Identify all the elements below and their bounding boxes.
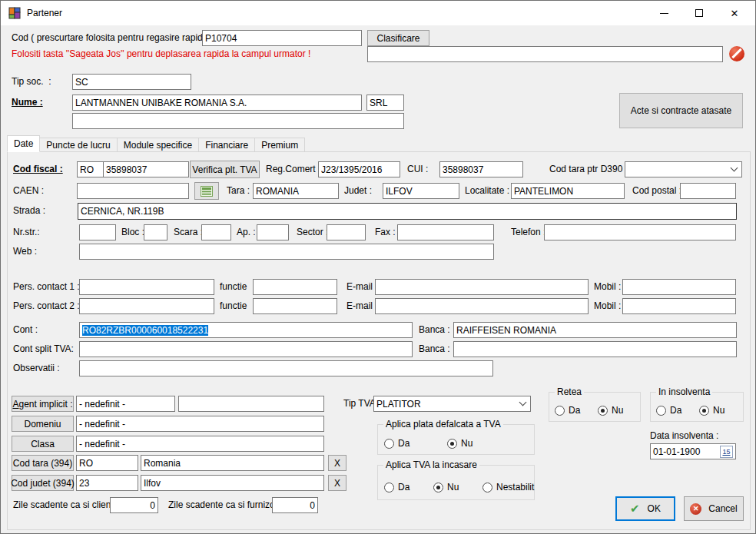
tip-tva-select[interactable]: PLATITOR <box>373 396 531 412</box>
scara-label: Scara : <box>174 224 203 240</box>
cod-fiscal-prefix-input[interactable] <box>77 161 104 177</box>
calendar-icon[interactable]: 15 <box>720 446 733 458</box>
clasa-button[interactable]: Clasa <box>12 436 74 452</box>
tab-puncte-de-lucru[interactable]: Puncte de lucru <box>40 138 117 152</box>
domeniu-input[interactable] <box>76 416 324 432</box>
functie-1-label: functie <box>220 279 247 295</box>
localitate-input[interactable] <box>511 183 625 199</box>
ok-button[interactable]: ✔ OK <box>615 496 675 521</box>
email-2-input[interactable] <box>375 298 589 314</box>
pers-contact-1-input[interactable] <box>79 279 214 295</box>
cod-postal-input[interactable] <box>680 183 736 199</box>
forma-juridica-input[interactable] <box>366 95 404 111</box>
tab-financiare[interactable]: Financiare <box>199 138 255 152</box>
maximize-button[interactable] <box>681 1 717 25</box>
nr-str-label: Nr.str.: <box>13 224 40 240</box>
email-1-input[interactable] <box>375 279 589 295</box>
cui-input[interactable] <box>439 161 523 177</box>
mobil-2-input[interactable] <box>622 298 736 314</box>
cod-judet-394-button[interactable]: Cod judet (394) <box>12 475 74 491</box>
cod-input[interactable] <box>202 30 362 46</box>
caen-input[interactable] <box>77 183 189 199</box>
banca-1-input[interactable] <box>453 322 737 338</box>
cod-tara-394-code-input[interactable] <box>76 455 138 471</box>
judet-input[interactable] <box>383 183 459 199</box>
reg-comert-input[interactable] <box>318 161 400 177</box>
cod-judet-394-clear-button[interactable]: X <box>328 475 346 491</box>
strada-input[interactable] <box>78 203 737 220</box>
functie-2-label: functie <box>220 298 247 314</box>
partener-dialog: Partener ✕ Cod ( prescurtare folosita pe… <box>0 0 756 534</box>
pers-contact-1-label: Pers. contact 1 : <box>13 279 80 295</box>
nume-line2-input[interactable] <box>72 113 404 129</box>
minimize-button[interactable] <box>646 1 681 25</box>
cont-label: Cont : <box>13 322 38 338</box>
web-input[interactable] <box>79 244 494 260</box>
list-icon <box>201 186 213 197</box>
functie-2-input[interactable] <box>253 298 337 314</box>
cont-split-tva-input[interactable] <box>79 341 413 357</box>
reg-comert-label: Reg.Comert : <box>266 161 320 177</box>
cod-tara-394-name-input[interactable] <box>141 455 324 471</box>
clasificare-button[interactable]: Clasificare <box>367 30 429 46</box>
radio-defalcata-da[interactable]: Da <box>384 438 410 449</box>
telefon-input[interactable] <box>544 224 736 240</box>
radio-insolventa-da[interactable]: Da <box>656 405 681 416</box>
radio-retea-nu[interactable]: Nu <box>598 405 623 416</box>
ap-input[interactable] <box>257 224 289 240</box>
cod-judet-394-code-input[interactable] <box>76 475 138 491</box>
cod-tara-d390-select[interactable] <box>625 161 742 177</box>
verifica-tva-button[interactable]: Verifica plt. TVA <box>190 161 260 178</box>
domeniu-button[interactable]: Domeniu <box>12 416 74 432</box>
data-insolventa-input[interactable]: 01-01-1900 15 <box>650 443 736 459</box>
bloc-label: Bloc : <box>121 224 144 240</box>
agent-implicit-button[interactable]: Agent implicit : <box>12 396 74 412</box>
tab-date[interactable]: Date <box>7 135 40 152</box>
zile-furnizor-input[interactable] <box>272 497 318 513</box>
agent-implicit-input[interactable] <box>76 396 175 412</box>
caen-lookup-button[interactable] <box>194 182 219 200</box>
cod-judet-394-name-input[interactable] <box>141 475 324 491</box>
mobil-2-label: Mobil : <box>594 298 621 314</box>
acte-contracte-button[interactable]: Acte si contracte atasate <box>619 93 743 128</box>
bloc-input[interactable] <box>144 224 167 240</box>
radio-incasare-nestabilit[interactable]: Nestabilit <box>482 482 534 493</box>
radio-defalcata-nu[interactable]: Nu <box>447 438 472 449</box>
incasare-group-title: Aplica TVA la incasare <box>383 459 479 471</box>
radio-insolventa-nu[interactable]: Nu <box>699 405 724 416</box>
close-button[interactable]: ✕ <box>717 1 752 25</box>
check-icon: ✔ <box>630 502 640 516</box>
tab-module-specifice[interactable]: Module specifice <box>118 138 199 152</box>
tab-premium[interactable]: Premium <box>255 138 305 152</box>
clasificare-input[interactable] <box>367 46 723 62</box>
sector-input[interactable] <box>327 224 366 240</box>
agent-implicit-extra-input[interactable] <box>178 396 324 412</box>
observatii-label: Observatii : <box>13 360 60 376</box>
banca-2-input[interactable] <box>453 341 737 357</box>
observatii-input[interactable] <box>79 360 493 376</box>
scara-input[interactable] <box>201 224 231 240</box>
pers-contact-2-input[interactable] <box>79 298 214 314</box>
caen-label: CAEN : <box>13 183 44 199</box>
nr-str-input[interactable] <box>79 224 116 240</box>
zile-client-input[interactable] <box>110 497 158 513</box>
mobil-1-input[interactable] <box>622 279 736 295</box>
radio-incasare-nu[interactable]: Nu <box>433 482 459 493</box>
app-icon <box>8 7 21 19</box>
tara-input[interactable] <box>253 183 339 199</box>
cont-input[interactable]: RO82RZBR000060018522231 <box>79 322 413 338</box>
sector-label: Sector : <box>297 224 328 240</box>
fax-input[interactable] <box>397 224 494 240</box>
chevron-down-icon <box>519 399 527 406</box>
cod-tara-394-clear-button[interactable]: X <box>328 455 346 471</box>
radio-retea-da[interactable]: Da <box>555 405 580 416</box>
cod-tara-394-button[interactable]: Cod tara (394) <box>12 455 74 471</box>
tip-soc-input[interactable] <box>72 74 191 90</box>
cancel-button[interactable]: ✕ Cancel <box>684 496 744 521</box>
clear-classification-button[interactable] <box>728 45 746 63</box>
radio-incasare-da[interactable]: Da <box>384 482 410 493</box>
clasa-input[interactable] <box>76 436 324 452</box>
cod-fiscal-input[interactable] <box>103 161 189 177</box>
nume-input[interactable] <box>72 95 362 111</box>
functie-1-input[interactable] <box>253 279 337 295</box>
